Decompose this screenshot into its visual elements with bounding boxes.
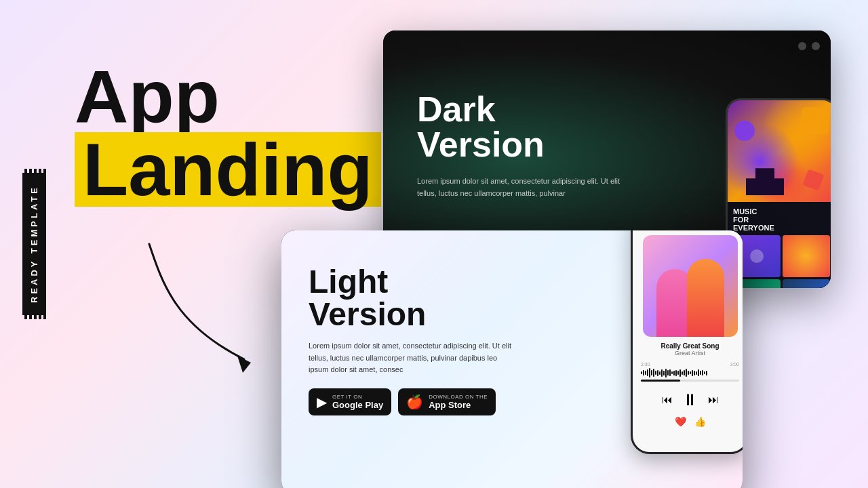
waveform-bar (686, 369, 687, 377)
waveform-bar (706, 371, 707, 375)
player-info: Really Great Song Great Artist (633, 337, 743, 359)
waveform-bar (702, 370, 703, 375)
google-play-icon: ▶ (317, 394, 327, 410)
album-figures (643, 235, 738, 337)
time-current: 2:30 (641, 362, 650, 367)
light-phone-mockup: ··· Really Great Song Great Artist (631, 230, 743, 454)
heart-icon[interactable]: ❤️ (675, 416, 686, 427)
hero-line1: App (75, 61, 381, 132)
waveform-bar (663, 371, 665, 375)
waveform-bar (655, 371, 656, 375)
waveform-bar (704, 371, 705, 374)
progress-fill (641, 380, 680, 382)
skip-forward-button[interactable]: ⏭ (708, 394, 719, 406)
waveform-bar (677, 371, 679, 375)
waveform-bar (692, 370, 693, 376)
arrow-decoration (122, 230, 292, 380)
monitor-btn (812, 42, 820, 50)
waveform-bar (641, 371, 642, 374)
chair-decoration (741, 161, 789, 195)
waveform-bar (659, 371, 660, 375)
waveform-bar (647, 369, 648, 376)
waveform-bar (657, 370, 658, 376)
waveform-bar (696, 371, 697, 375)
pause-button[interactable]: ⏸ (682, 390, 698, 409)
waveform-bar (649, 368, 650, 378)
waveform-bar (645, 371, 646, 375)
phone-light-content: Really Great Song Great Artist 2:30 3:00 (633, 230, 743, 452)
waveform-bar (661, 369, 663, 377)
song-title: Really Great Song (641, 342, 739, 350)
light-version-tablet: Light Version Lorem ipsum dolor sit amet… (281, 230, 743, 488)
waveform-bar (684, 370, 685, 375)
player-controls: ⏮ ⏸ ⏭ (633, 386, 743, 413)
figure-right (687, 259, 724, 337)
music-grid-item-2 (783, 235, 830, 277)
dark-phone-content: MUSIC FOR EVERYONE (728, 100, 831, 288)
time-total: 3:00 (730, 362, 739, 367)
sidebar-label: Ready Template (22, 173, 46, 315)
dark-phone-image-top (728, 100, 831, 202)
music-grid (733, 235, 830, 288)
waveform-bar (682, 371, 683, 375)
hero-line2: Landing (75, 132, 381, 207)
player-bar: 2:30 3:00 (633, 359, 743, 386)
waveform-bar (671, 371, 673, 374)
skip-back-button[interactable]: ⏮ (662, 394, 673, 406)
progress-times: 2:30 3:00 (641, 362, 739, 367)
google-play-labels: GET IT ON Google Play (332, 394, 383, 410)
waveform-bar (643, 370, 644, 375)
waveform-bar (665, 369, 667, 378)
monitor-btn (798, 42, 806, 50)
song-artist: Great Artist (641, 350, 739, 357)
light-version-body: Lorem ipsum dolor sit amet, consectetur … (309, 340, 512, 376)
waveform-bar (690, 371, 691, 374)
album-art (643, 235, 738, 337)
monitor-top-bar (383, 36, 831, 56)
waveform-bar (688, 371, 689, 375)
waveform-bar (698, 369, 699, 376)
waveform-bar (694, 371, 695, 375)
waveform-bar (667, 370, 669, 375)
waveform (641, 368, 739, 378)
dark-version-body: Lorem ipsum dolor sit amet, consectetur … (417, 176, 634, 199)
music-title: MUSIC FOR EVERYONE (733, 207, 830, 232)
apple-icon: 🍎 (406, 394, 423, 410)
music-text-box: MUSIC FOR EVERYONE (728, 202, 831, 288)
waveform-bar (651, 370, 652, 375)
music-grid-item-4 (783, 279, 830, 288)
thumbs-up-icon[interactable]: 👍 (694, 416, 706, 427)
tablet-inner: Light Version Lorem ipsum dolor sit amet… (281, 230, 743, 488)
progress-track (641, 380, 739, 382)
google-play-button[interactable]: ▶ GET IT ON Google Play (309, 388, 391, 415)
waveform-bar (653, 369, 654, 377)
waveform-bar (675, 370, 677, 376)
hero-section: App Landing (75, 61, 381, 207)
waveform-bar (669, 369, 671, 376)
app-store-button[interactable]: 🍎 Download on the App Store (398, 388, 496, 415)
waveform-bar (673, 371, 675, 375)
waveform-bar (679, 369, 681, 377)
app-store-labels: Download on the App Store (429, 394, 488, 410)
reaction-icons: ❤️ 👍 (633, 413, 743, 430)
sidebar: Ready Template (0, 0, 68, 488)
waveform-bar (700, 371, 701, 375)
